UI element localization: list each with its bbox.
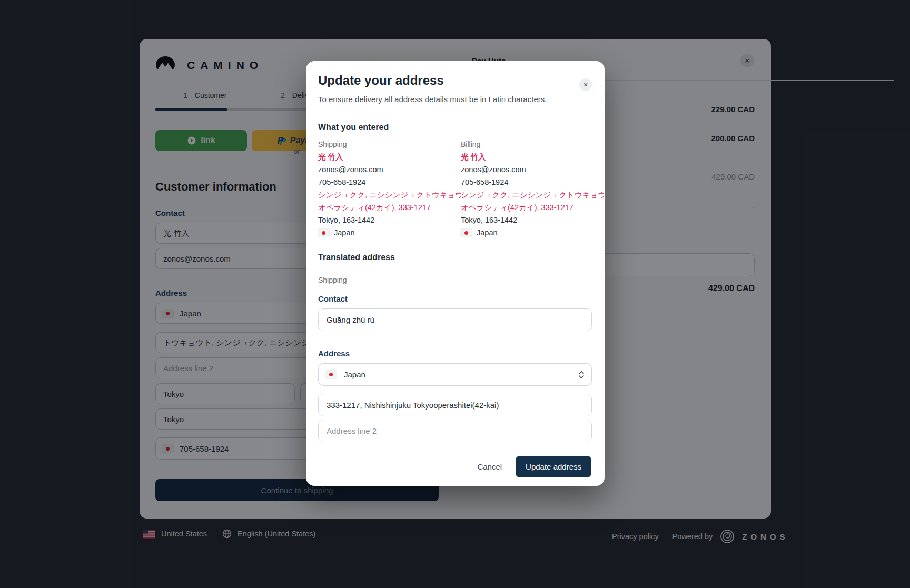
modal-subtitle: To ensure delivery all address details m…: [318, 95, 547, 104]
entered-address-line1: シンジュクク, ニシシンジュクトウキョウ: [318, 188, 461, 201]
billing-column-label: Billing: [461, 138, 604, 151]
japan-flag-icon: [318, 229, 329, 237]
entered-phone: 705-658-1924: [461, 176, 604, 188]
translated-country-value: Japan: [344, 370, 365, 379]
entered-billing-column: Billing 光 竹入 zonos@zonos.com 705-658-192…: [461, 138, 604, 239]
update-address-button[interactable]: Update address: [516, 456, 591, 477]
translated-heading: Translated address: [318, 253, 395, 262]
entered-address-line2: オペラシティ(42カイ), 333-1217: [318, 201, 461, 214]
translated-country-select[interactable]: Japan: [318, 363, 592, 386]
entered-email: zonos@zonos.com: [318, 163, 461, 176]
entered-heading: What you entered: [318, 123, 389, 132]
entered-country: Japan: [477, 226, 498, 239]
entered-country: Japan: [334, 226, 355, 239]
translated-contact-input[interactable]: [318, 308, 592, 331]
update-address-modal: Update your address ✕ To ensure delivery…: [306, 61, 605, 486]
entered-city-postal: Tokyo, 163-1442: [461, 214, 604, 226]
entered-phone: 705-658-1924: [318, 176, 461, 188]
entered-address-line2: オペラシティ(42カイ), 333-1217: [461, 201, 604, 214]
translated-contact-label: Contact: [318, 294, 348, 303]
close-icon: ✕: [583, 82, 588, 88]
entered-email: zonos@zonos.com: [461, 163, 604, 176]
translated-address1-input[interactable]: [318, 394, 592, 416]
entered-name: 光 竹入: [461, 151, 604, 163]
entered-name: 光 竹入: [318, 151, 461, 163]
cancel-button[interactable]: Cancel: [477, 462, 502, 471]
translated-shipping-label: Shipping: [318, 276, 347, 284]
chevron-up-down-icon: [578, 370, 585, 380]
modal-close-button[interactable]: ✕: [579, 78, 592, 91]
entered-address-line1: シンジュクク, ニシシンジュクトウキョウ: [461, 188, 604, 201]
translated-address2-input[interactable]: [318, 420, 592, 442]
modal-title: Update your address: [318, 73, 444, 88]
entered-city-postal: Tokyo, 163-1442: [318, 214, 461, 226]
japan-flag-icon: [325, 371, 337, 378]
entered-shipping-column: Shipping 光 竹入 zonos@zonos.com 705-658-19…: [318, 138, 461, 239]
shipping-column-label: Shipping: [318, 138, 461, 151]
japan-flag-icon: [461, 229, 472, 237]
translated-address-label: Address: [318, 349, 350, 358]
